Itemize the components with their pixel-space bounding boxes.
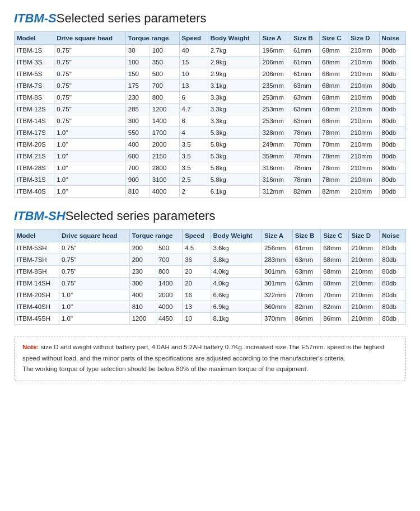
table-cell: 1.0" xyxy=(59,301,129,313)
table-cell: 5.8kg xyxy=(208,162,260,174)
table-cell: 500 xyxy=(156,242,182,254)
table-cell: 0.75" xyxy=(59,254,129,266)
table-cell: 80db xyxy=(379,92,405,104)
table-cell: 68mm xyxy=(320,45,348,57)
table-cell: 210mm xyxy=(349,266,380,278)
table-cell: 4.5 xyxy=(183,242,211,254)
table-cell: 5.3kg xyxy=(208,127,260,139)
table-row: ITBM-12S0.75"28512004.73.3kg253mm63mm68m… xyxy=(15,104,406,115)
table-cell: 210mm xyxy=(348,127,380,139)
table-cell: 6 xyxy=(179,115,208,127)
table-cell: 86mm xyxy=(321,313,349,325)
table-cell: 82mm xyxy=(292,301,320,313)
table-cell: 322mm xyxy=(262,289,292,301)
table-cell: 200 xyxy=(129,254,156,266)
table-row: ITBM-3S0.75"100350152.9kg206mm61mm68mm21… xyxy=(15,57,406,68)
table-cell: ITBM-3S xyxy=(15,57,54,68)
table-cell: 4 xyxy=(179,127,208,139)
table-cell: 78mm xyxy=(320,162,348,174)
table-cell: 100 xyxy=(125,57,150,68)
table-row: ITBM-28S1.0"70028003.55.8kg316mm78mm78mm… xyxy=(15,162,406,174)
table-cell: 400 xyxy=(125,139,150,151)
table-cell: 10 xyxy=(179,68,208,80)
table-cell: 400 xyxy=(129,289,156,301)
col-drive: Drive square head xyxy=(59,229,129,242)
col-torque: Torque range xyxy=(129,229,182,242)
section1: ITBM-SSelected series parameters Model D… xyxy=(14,11,406,198)
col-sizeA: Size A xyxy=(260,32,291,45)
table-cell: 68mm xyxy=(321,242,349,254)
table-cell: 301mm xyxy=(262,266,292,278)
table-cell: ITBM-40SH xyxy=(15,301,59,313)
col-sizeC: Size C xyxy=(320,32,348,45)
table-cell: 256mm xyxy=(262,242,292,254)
table-row: ITBM-21S1.0"60021503.55.3kg359mm78mm78mm… xyxy=(15,151,406,162)
table-cell: 1.0" xyxy=(54,186,126,198)
section2: ITBM-SHSelected series parameters Model … xyxy=(14,209,406,325)
table-cell: 210mm xyxy=(349,278,380,289)
table-cell: 1.0" xyxy=(54,151,126,162)
table-cell: 80db xyxy=(379,45,405,57)
table-cell: 20 xyxy=(183,266,211,278)
table-cell: 80db xyxy=(379,104,405,115)
table-cell: 80db xyxy=(379,68,405,80)
table-cell: 1700 xyxy=(150,127,179,139)
table-cell: 80db xyxy=(379,115,405,127)
note-label: Note: xyxy=(22,344,39,350)
table-cell: 210mm xyxy=(349,254,380,266)
table-cell: 3.3kg xyxy=(208,104,260,115)
table-cell: 13 xyxy=(179,80,208,92)
col-sizeB: Size B xyxy=(291,32,319,45)
table-cell: 700 xyxy=(125,162,150,174)
table-cell: 68mm xyxy=(320,80,348,92)
table-cell: 0.75" xyxy=(54,92,126,104)
table-cell: 700 xyxy=(156,254,182,266)
table-cell: 68mm xyxy=(320,104,348,115)
table-cell: 6.9kg xyxy=(211,301,262,313)
table-cell: 30 xyxy=(125,45,150,57)
table-cell: 283mm xyxy=(262,254,292,266)
table-cell: 78mm xyxy=(291,127,319,139)
table-cell: 80db xyxy=(380,313,406,325)
table-row: ITBM-20S1.0"40020003.55.8kg249mm70mm70mm… xyxy=(15,139,406,151)
table-row: ITBM-20SH1.0"4002000166.6kg322mm70mm70mm… xyxy=(15,289,406,301)
table-cell: 80db xyxy=(380,242,406,254)
table-cell: 3.8kg xyxy=(211,254,262,266)
table-cell: 3.5 xyxy=(179,151,208,162)
table-cell: 3100 xyxy=(150,174,179,186)
table-row: ITBM-8SH0.75"230800204.0kg301mm63mm68mm2… xyxy=(15,266,406,278)
table-cell: ITBM-20S xyxy=(15,139,54,151)
section2-table: Model Drive square head Torque range Spe… xyxy=(14,229,406,325)
table-cell: 4450 xyxy=(156,313,182,325)
table-cell: ITBM-5S xyxy=(15,68,54,80)
table-cell: 80db xyxy=(379,162,405,174)
table-cell: 210mm xyxy=(348,57,380,68)
table-cell: 63mm xyxy=(292,266,320,278)
table-cell: 1.0" xyxy=(54,127,126,139)
table-cell: 360mm xyxy=(262,301,292,313)
table-cell: 80db xyxy=(379,174,405,186)
table-cell: 13 xyxy=(183,301,211,313)
table-cell: ITBM-12S xyxy=(15,104,54,115)
table-cell: 235mm xyxy=(260,80,291,92)
table-cell: 1200 xyxy=(129,313,156,325)
table-cell: 4.0kg xyxy=(211,266,262,278)
table-cell: 210mm xyxy=(348,92,380,104)
table-row: ITBM-5S0.75"150500102.9kg206mm61mm68mm21… xyxy=(15,68,406,80)
table-cell: 68mm xyxy=(320,57,348,68)
table-cell: 80db xyxy=(379,186,405,198)
table-row: ITBM-31S1.0"90031002.55.8kg316mm78mm78mm… xyxy=(15,174,406,186)
table-cell: 80db xyxy=(380,266,406,278)
section1-table: Model Drive square head Torque range Spe… xyxy=(14,31,406,198)
section1-header-row: Model Drive square head Torque range Spe… xyxy=(15,32,406,45)
table-cell: 210mm xyxy=(348,80,380,92)
table-cell: 210mm xyxy=(348,115,380,127)
table-cell: 82mm xyxy=(321,301,349,313)
table-row: ITBM-14S0.75"300140063.3kg253mm63mm68mm2… xyxy=(15,115,406,127)
table-cell: 61mm xyxy=(291,57,319,68)
table-cell: 80db xyxy=(379,139,405,151)
table-cell: 3.6kg xyxy=(211,242,262,254)
section1-title-highlight: ITBM-S xyxy=(14,11,57,25)
table-cell: 16 xyxy=(183,289,211,301)
table-cell: 1.0" xyxy=(54,139,126,151)
